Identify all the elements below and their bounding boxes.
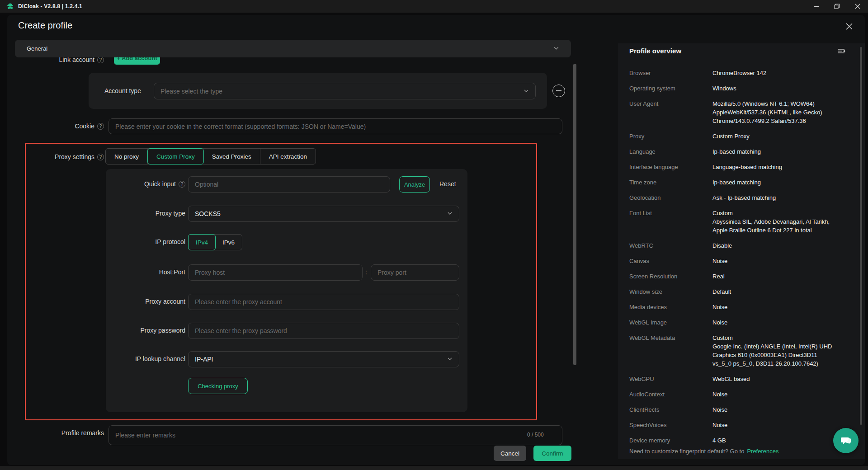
close-icon[interactable] (844, 22, 854, 31)
proxy-account-input[interactable] (188, 294, 459, 310)
overview-label: SpeechVoices (629, 421, 712, 429)
host-port-label: Host:Port (159, 268, 185, 276)
checking-proxy-button[interactable]: Checking proxy (188, 378, 248, 394)
overview-row: WebGPUWebGL based (629, 375, 855, 383)
overview-label: Proxy (629, 132, 712, 141)
proxy-type-label: Proxy type (156, 210, 185, 217)
overview-row: SpeechVoicesNoise (629, 421, 855, 429)
remove-account-icon[interactable] (552, 85, 565, 97)
close-window-button[interactable] (847, 0, 868, 13)
overview-value: Noise (712, 257, 844, 265)
proxy-account-label: Proxy account (145, 298, 185, 305)
proxy-host-input[interactable] (188, 264, 363, 281)
proxy-password-input[interactable] (188, 323, 459, 339)
cancel-button[interactable]: Cancel (494, 446, 526, 461)
chevron-down-icon (447, 210, 453, 218)
profile-remarks-input[interactable] (108, 425, 562, 445)
overview-label: WebRTC (629, 241, 712, 250)
overview-label: Interface language (629, 163, 712, 171)
profile-overview-panel: Profile overview BrowserChromeBrowser 14… (618, 43, 865, 459)
overview-value: Ip-based matching (712, 178, 844, 187)
app-logo-icon (6, 3, 14, 10)
overview-label: ClientRects (629, 405, 712, 414)
preferences-link[interactable]: Preferences (747, 448, 778, 455)
proxy-port-input[interactable] (371, 264, 459, 281)
analyze-button[interactable]: Analyze (399, 176, 430, 193)
restore-button[interactable] (826, 0, 847, 13)
sidebar-scrollbar[interactable] (860, 47, 862, 425)
overview-value: Default (712, 287, 844, 296)
ip-lookup-label: IP lookup channel (135, 355, 185, 362)
overview-value: Noise (712, 318, 844, 327)
minimize-button[interactable] (806, 0, 826, 13)
ip-protocol-ipv4[interactable]: IPv4 (188, 234, 216, 250)
ip-protocol-ipv6[interactable]: IPv6 (215, 235, 242, 250)
proxy-tab-custom-proxy[interactable]: Custom Proxy (147, 148, 204, 164)
overview-row: LanguageIp-based matching (629, 147, 855, 156)
overview-row: WebRTCDisable (629, 241, 855, 250)
app-title: DICloak - V2.8.8 | 1.2.4.1 (18, 3, 82, 9)
help-icon[interactable]: ? (97, 123, 104, 130)
ip-protocol-toggle: IPv4IPv6 (188, 234, 242, 250)
overview-row: Font ListCustom Abyssinica SIL, Adobe De… (629, 209, 855, 235)
cookie-input[interactable] (108, 118, 562, 134)
collapse-panel-icon[interactable] (837, 47, 845, 55)
chat-support-button[interactable] (833, 428, 859, 453)
quick-input-field[interactable] (188, 176, 390, 193)
overview-row: Window sizeDefault (629, 287, 855, 296)
fingerprint-footer: Need to customize fingerprint default? G… (629, 448, 778, 455)
overview-value: Ask - Ip-based matching (712, 193, 844, 202)
confirm-button[interactable]: Confirm (533, 446, 571, 461)
cookie-label: Cookie ? (75, 122, 104, 130)
overview-label: User Agent (629, 99, 712, 125)
overview-row: Time zoneIp-based matching (629, 178, 855, 187)
proxy-password-label: Proxy password (140, 327, 185, 334)
profile-overview-title: Profile overview (629, 47, 681, 55)
overview-row: Operating systemWindows (629, 84, 855, 93)
overview-label: Canvas (629, 257, 712, 265)
proxy-tab-api-extraction[interactable]: API extraction (260, 149, 316, 164)
help-icon[interactable]: ? (179, 181, 185, 188)
dialog-scrollbar[interactable] (573, 64, 576, 365)
overview-value: Language-based matching (712, 163, 844, 171)
chevron-down-icon (553, 45, 559, 53)
proxy-tab-no-proxy[interactable]: No proxy (106, 149, 148, 164)
overview-value: Windows (712, 84, 844, 93)
chevron-down-icon (447, 355, 453, 363)
overview-row: BrowserChromeBrowser 142 (629, 69, 855, 77)
overview-label: Operating system (629, 84, 712, 93)
overview-value: Noise (712, 421, 844, 429)
general-section-header[interactable]: General (15, 40, 571, 57)
account-type-label: Account type (104, 87, 141, 94)
overview-value: WebGL based (712, 375, 844, 383)
overview-value: Disable (712, 241, 844, 250)
profile-remarks-label: Profile remarks (61, 429, 104, 437)
reset-button[interactable]: Reset (439, 180, 456, 188)
overview-row: Media devicesNoise (629, 303, 855, 311)
overview-row: WebGL MetadataCustom Google Inc. (Intel)… (629, 334, 855, 368)
overview-label: Language (629, 147, 712, 156)
quick-input-label: Quick input ? (144, 180, 185, 188)
proxy-tab-saved-proxies[interactable]: Saved Proxies (203, 149, 260, 164)
remarks-counter: 0 / 500 (527, 432, 544, 438)
overview-value: Custom Google Inc. (Intel) ANGLE (Intel,… (712, 334, 844, 368)
proxy-settings-label: Proxy settings ? (55, 153, 104, 160)
help-icon[interactable]: ? (97, 154, 104, 160)
overview-value: Noise (712, 303, 844, 311)
ip-lookup-select[interactable]: IP-API (188, 351, 459, 367)
account-type-select[interactable]: Please select the type (154, 83, 536, 99)
overview-value: Mozilla/5.0 (Windows NT 6.1; WOW64) Appl… (712, 99, 844, 125)
overview-label: WebGL Image (629, 318, 712, 327)
overview-row: CanvasNoise (629, 257, 855, 265)
proxy-type-select[interactable]: SOCKS5 (188, 206, 459, 222)
overview-label: Font List (629, 209, 712, 235)
overview-label: WebGL Metadata (629, 334, 712, 368)
ip-protocol-label: IP protocol (155, 238, 185, 245)
proxy-mode-tabs: No proxyCustom ProxySaved ProxiesAPI ext… (105, 148, 316, 164)
overview-value: 4 GB (712, 436, 844, 445)
overview-value: Noise (712, 405, 844, 414)
overview-value: Custom Abyssinica SIL, Adobe Devanagari,… (712, 209, 844, 235)
overview-value: Real (712, 272, 844, 281)
overview-label: Device memory (629, 436, 712, 445)
titlebar: DICloak - V2.8.8 | 1.2.4.1 (0, 0, 868, 13)
